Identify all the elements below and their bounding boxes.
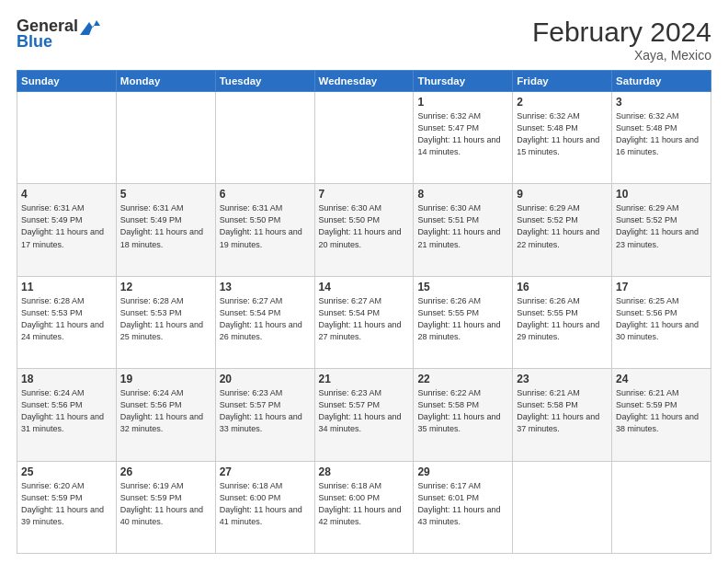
day-info: Sunrise: 6:24 AM Sunset: 5:56 PM Dayligh… [21,387,112,435]
day-number: 14 [319,281,410,293]
calendar-day-cell [116,92,215,184]
calendar-day-cell: 18Sunrise: 6:24 AM Sunset: 5:56 PM Dayli… [17,369,117,461]
calendar-day-cell: 28Sunrise: 6:18 AM Sunset: 6:00 PM Dayli… [314,461,414,553]
calendar-day-cell [513,461,612,553]
calendar-day-cell: 10Sunrise: 6:29 AM Sunset: 5:52 PM Dayli… [612,184,711,276]
calendar-day-cell: 5Sunrise: 6:31 AM Sunset: 5:49 PM Daylig… [116,184,215,276]
calendar-day-cell: 23Sunrise: 6:21 AM Sunset: 5:58 PM Dayli… [513,369,612,461]
calendar-day-header: Thursday [414,71,513,92]
calendar-day-cell: 19Sunrise: 6:24 AM Sunset: 5:56 PM Dayli… [116,369,215,461]
day-number: 18 [21,373,112,385]
day-number: 23 [517,373,608,385]
day-number: 2 [517,96,608,109]
day-info: Sunrise: 6:30 AM Sunset: 5:50 PM Dayligh… [319,202,410,250]
calendar-header-row: SundayMondayTuesdayWednesdayThursdayFrid… [17,71,711,92]
day-info: Sunrise: 6:19 AM Sunset: 5:59 PM Dayligh… [120,480,211,528]
day-number: 1 [417,96,508,109]
calendar-day-cell: 29Sunrise: 6:17 AM Sunset: 6:01 PM Dayli… [414,461,513,553]
calendar-week-row: 1Sunrise: 6:32 AM Sunset: 5:47 PM Daylig… [17,92,711,184]
calendar-day-cell: 14Sunrise: 6:27 AM Sunset: 5:54 PM Dayli… [314,276,414,368]
day-number: 28 [319,465,410,478]
day-number: 27 [220,465,311,478]
calendar-day-cell [314,92,414,184]
day-number: 21 [319,373,410,385]
day-number: 5 [120,188,211,201]
calendar-day-header: Saturday [612,71,711,92]
day-info: Sunrise: 6:31 AM Sunset: 5:49 PM Dayligh… [120,202,211,250]
page: General Blue February 2024 Xaya, Mexico … [0,0,728,563]
calendar-day-cell: 20Sunrise: 6:23 AM Sunset: 5:57 PM Dayli… [215,369,314,461]
calendar-day-cell: 13Sunrise: 6:27 AM Sunset: 5:54 PM Dayli… [215,276,314,368]
main-title: February 2024 [532,17,711,48]
day-info: Sunrise: 6:23 AM Sunset: 5:57 PM Dayligh… [319,387,410,435]
day-number: 20 [220,373,311,385]
day-info: Sunrise: 6:31 AM Sunset: 5:49 PM Dayligh… [21,202,112,250]
day-info: Sunrise: 6:28 AM Sunset: 5:53 PM Dayligh… [120,295,211,343]
day-number: 15 [417,281,508,293]
day-number: 12 [120,281,211,293]
calendar-day-cell: 7Sunrise: 6:30 AM Sunset: 5:50 PM Daylig… [314,184,414,276]
calendar-day-cell [215,92,314,184]
day-info: Sunrise: 6:32 AM Sunset: 5:47 PM Dayligh… [417,110,508,158]
day-number: 3 [616,96,707,109]
calendar-day-header: Wednesday [314,71,414,92]
calendar-week-row: 18Sunrise: 6:24 AM Sunset: 5:56 PM Dayli… [17,369,711,461]
calendar-day-cell [17,92,117,184]
day-info: Sunrise: 6:21 AM Sunset: 5:59 PM Dayligh… [616,387,707,435]
day-number: 22 [417,373,508,385]
day-info: Sunrise: 6:27 AM Sunset: 5:54 PM Dayligh… [319,295,410,343]
day-info: Sunrise: 6:30 AM Sunset: 5:51 PM Dayligh… [417,202,508,250]
day-number: 16 [517,281,608,293]
calendar-day-cell: 22Sunrise: 6:22 AM Sunset: 5:58 PM Dayli… [414,369,513,461]
calendar-day-cell: 17Sunrise: 6:25 AM Sunset: 5:56 PM Dayli… [612,276,711,368]
calendar-day-cell: 25Sunrise: 6:20 AM Sunset: 5:59 PM Dayli… [17,461,117,553]
calendar-day-cell: 3Sunrise: 6:32 AM Sunset: 5:48 PM Daylig… [612,92,711,184]
day-info: Sunrise: 6:17 AM Sunset: 6:01 PM Dayligh… [417,480,508,528]
day-number: 4 [21,188,112,201]
day-number: 17 [616,281,707,293]
day-info: Sunrise: 6:24 AM Sunset: 5:56 PM Dayligh… [120,387,211,435]
calendar-week-row: 11Sunrise: 6:28 AM Sunset: 5:53 PM Dayli… [17,276,711,368]
day-info: Sunrise: 6:27 AM Sunset: 5:54 PM Dayligh… [220,295,311,343]
day-number: 6 [220,188,311,201]
calendar-day-header: Friday [513,71,612,92]
calendar-day-cell: 21Sunrise: 6:23 AM Sunset: 5:57 PM Dayli… [314,369,414,461]
day-info: Sunrise: 6:23 AM Sunset: 5:57 PM Dayligh… [220,387,311,435]
calendar-day-cell: 2Sunrise: 6:32 AM Sunset: 5:48 PM Daylig… [513,92,612,184]
calendar-table: SundayMondayTuesdayWednesdayThursdayFrid… [17,70,711,554]
day-info: Sunrise: 6:20 AM Sunset: 5:59 PM Dayligh… [21,480,112,528]
calendar-week-row: 25Sunrise: 6:20 AM Sunset: 5:59 PM Dayli… [17,461,711,553]
calendar-day-cell: 26Sunrise: 6:19 AM Sunset: 5:59 PM Dayli… [116,461,215,553]
day-info: Sunrise: 6:29 AM Sunset: 5:52 PM Dayligh… [616,202,707,250]
day-info: Sunrise: 6:25 AM Sunset: 5:56 PM Dayligh… [616,295,707,343]
day-info: Sunrise: 6:22 AM Sunset: 5:58 PM Dayligh… [417,387,508,435]
calendar-day-cell: 16Sunrise: 6:26 AM Sunset: 5:55 PM Dayli… [513,276,612,368]
calendar-day-cell: 4Sunrise: 6:31 AM Sunset: 5:49 PM Daylig… [17,184,117,276]
calendar-day-cell [612,461,711,553]
day-number: 19 [120,373,211,385]
logo: General Blue [17,17,100,52]
day-number: 11 [21,281,112,293]
header: General Blue February 2024 Xaya, Mexico [17,17,711,63]
calendar-day-cell: 6Sunrise: 6:31 AM Sunset: 5:50 PM Daylig… [215,184,314,276]
calendar-day-cell: 27Sunrise: 6:18 AM Sunset: 6:00 PM Dayli… [215,461,314,553]
day-info: Sunrise: 6:26 AM Sunset: 5:55 PM Dayligh… [417,295,508,343]
day-number: 24 [616,373,707,385]
day-number: 26 [120,465,211,478]
day-info: Sunrise: 6:18 AM Sunset: 6:00 PM Dayligh… [319,480,410,528]
calendar-day-cell: 12Sunrise: 6:28 AM Sunset: 5:53 PM Dayli… [116,276,215,368]
calendar-day-header: Sunday [17,71,117,92]
day-number: 13 [220,281,311,293]
calendar-day-cell: 8Sunrise: 6:30 AM Sunset: 5:51 PM Daylig… [414,184,513,276]
day-number: 8 [417,188,508,201]
day-info: Sunrise: 6:31 AM Sunset: 5:50 PM Dayligh… [220,202,311,250]
day-info: Sunrise: 6:26 AM Sunset: 5:55 PM Dayligh… [517,295,608,343]
day-info: Sunrise: 6:18 AM Sunset: 6:00 PM Dayligh… [220,480,311,528]
calendar-day-header: Monday [116,71,215,92]
logo-blue-text: Blue [17,32,52,52]
day-info: Sunrise: 6:28 AM Sunset: 5:53 PM Dayligh… [21,295,112,343]
calendar-day-cell: 15Sunrise: 6:26 AM Sunset: 5:55 PM Dayli… [414,276,513,368]
title-block: February 2024 Xaya, Mexico [532,17,711,63]
day-number: 10 [616,188,707,201]
day-number: 25 [21,465,112,478]
